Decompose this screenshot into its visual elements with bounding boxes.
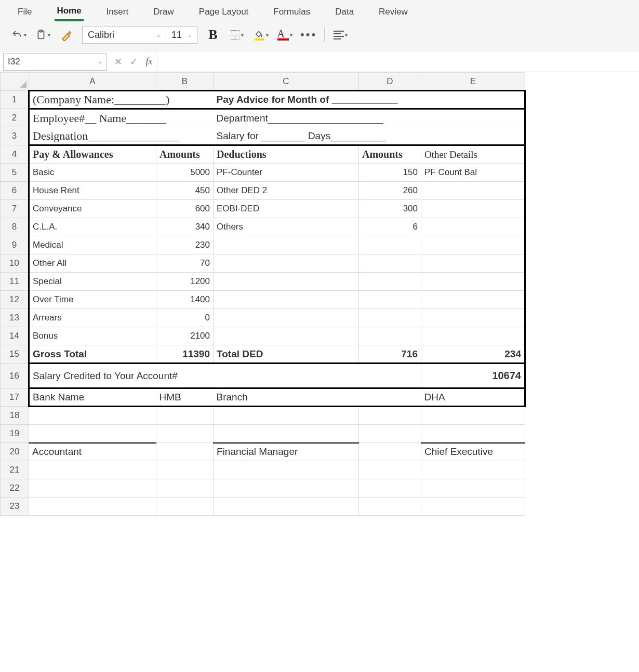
cell[interactable]: Other DED 2: [214, 182, 359, 200]
cell[interactable]: Salary for ________ Days__________: [214, 127, 525, 145]
cell[interactable]: [359, 236, 421, 254]
tab-draw[interactable]: Draw: [151, 3, 176, 20]
font-picker[interactable]: Calibri⌄ 11⌄: [82, 26, 197, 44]
tab-file[interactable]: File: [16, 3, 34, 20]
row-header[interactable]: 6: [1, 182, 29, 200]
cell[interactable]: 230: [156, 236, 214, 254]
cell[interactable]: [359, 327, 421, 345]
cell[interactable]: [156, 479, 214, 498]
col-header-a[interactable]: A: [29, 73, 156, 91]
cell[interactable]: 600: [156, 200, 214, 218]
cell[interactable]: Other All: [29, 254, 156, 273]
cell[interactable]: [421, 461, 525, 479]
cell[interactable]: 1400: [156, 291, 214, 309]
cell[interactable]: [214, 327, 359, 345]
cell[interactable]: [359, 273, 421, 291]
cell[interactable]: [156, 407, 214, 425]
undo-button[interactable]: ▾: [10, 26, 27, 43]
cell[interactable]: Chief Executive: [421, 443, 525, 461]
cell[interactable]: [421, 407, 525, 425]
cell[interactable]: EOBI-DED: [214, 200, 359, 218]
cell[interactable]: [359, 291, 421, 309]
spreadsheet-grid[interactable]: A B C D E 1 (Company Name:_________) Pay…: [0, 72, 639, 516]
col-header-e[interactable]: E: [421, 73, 525, 91]
row-header[interactable]: 5: [1, 164, 29, 182]
cell[interactable]: 70: [156, 254, 214, 273]
cell[interactable]: [421, 273, 525, 291]
cell[interactable]: 300: [359, 200, 421, 218]
row-header[interactable]: 11: [1, 273, 29, 291]
more-button[interactable]: •••: [300, 26, 317, 43]
row-header[interactable]: 7: [1, 200, 29, 218]
row-header[interactable]: 10: [1, 254, 29, 273]
cell[interactable]: [421, 254, 525, 273]
cell[interactable]: [214, 273, 359, 291]
row-header[interactable]: 19: [1, 425, 29, 443]
cell[interactable]: [156, 498, 214, 516]
cell[interactable]: 450: [156, 182, 214, 200]
cell[interactable]: Total DED: [214, 345, 359, 364]
cell[interactable]: Employee#__ Name_______: [29, 109, 214, 127]
row-header[interactable]: 18: [1, 407, 29, 425]
tab-page-layout[interactable]: Page Layout: [197, 3, 250, 20]
cell[interactable]: [29, 425, 156, 443]
row-header[interactable]: 2: [1, 109, 29, 127]
cell[interactable]: [156, 425, 214, 443]
cell[interactable]: Accountant: [29, 443, 156, 461]
cell[interactable]: 150: [359, 164, 421, 182]
select-all-corner[interactable]: [1, 73, 29, 91]
cell[interactable]: [29, 498, 156, 516]
cell[interactable]: [214, 498, 359, 516]
cell[interactable]: 2100: [156, 327, 214, 345]
cell[interactable]: [421, 425, 525, 443]
cell[interactable]: Bank Name: [29, 388, 156, 407]
cell[interactable]: [421, 218, 525, 236]
cell[interactable]: 1200: [156, 273, 214, 291]
align-button[interactable]: ▾: [332, 26, 349, 43]
cell[interactable]: Medical: [29, 236, 156, 254]
cell[interactable]: 6: [359, 218, 421, 236]
cell[interactable]: [359, 254, 421, 273]
cell[interactable]: Other Details: [421, 145, 525, 164]
cancel-formula-button[interactable]: ✕: [110, 56, 126, 68]
cell[interactable]: 260: [359, 182, 421, 200]
col-header-b[interactable]: B: [156, 73, 214, 91]
cell[interactable]: [214, 461, 359, 479]
cell[interactable]: [359, 443, 421, 461]
formula-input[interactable]: [157, 53, 639, 71]
borders-button[interactable]: ▾: [229, 26, 245, 43]
cell[interactable]: Arrears: [29, 309, 156, 327]
cell[interactable]: DHA: [421, 388, 525, 407]
cell[interactable]: 716: [359, 345, 421, 364]
cell[interactable]: [421, 498, 525, 516]
cell[interactable]: 234: [421, 345, 525, 364]
row-header[interactable]: 16: [1, 364, 29, 388]
cell[interactable]: [214, 236, 359, 254]
tab-insert[interactable]: Insert: [104, 3, 131, 20]
cell[interactable]: PF-Counter: [214, 164, 359, 182]
cell[interactable]: 5000: [156, 164, 214, 182]
cell[interactable]: [421, 327, 525, 345]
cell[interactable]: [359, 479, 421, 498]
cell[interactable]: Special: [29, 273, 156, 291]
col-header-c[interactable]: C: [214, 73, 359, 91]
cell[interactable]: [214, 425, 359, 443]
cell[interactable]: 11390: [156, 345, 214, 364]
cell[interactable]: [359, 407, 421, 425]
cell[interactable]: Salary Credited to Your Account#: [29, 364, 421, 388]
cell[interactable]: Bonus: [29, 327, 156, 345]
cell[interactable]: [421, 309, 525, 327]
cell[interactable]: [214, 309, 359, 327]
cell[interactable]: [421, 479, 525, 498]
tab-formulas[interactable]: Formulas: [271, 3, 312, 20]
row-header[interactable]: 23: [1, 498, 29, 516]
cell[interactable]: [421, 291, 525, 309]
cell[interactable]: (Company Name:_________): [29, 91, 214, 109]
row-header[interactable]: 13: [1, 309, 29, 327]
row-header[interactable]: 12: [1, 291, 29, 309]
row-header[interactable]: 17: [1, 388, 29, 407]
cell[interactable]: Basic: [29, 164, 156, 182]
cell[interactable]: [214, 407, 359, 425]
cell[interactable]: [156, 443, 214, 461]
cell[interactable]: 0: [156, 309, 214, 327]
